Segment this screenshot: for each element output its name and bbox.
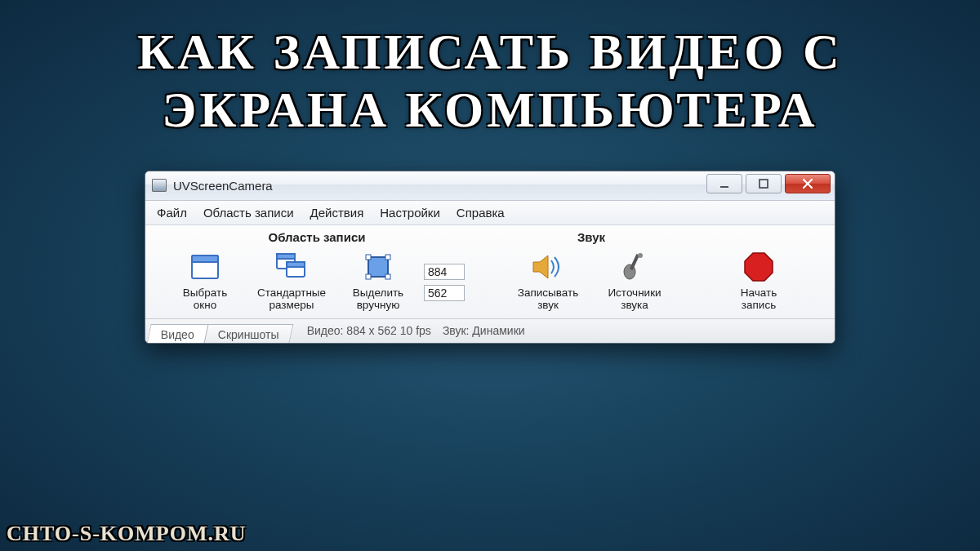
record-sound-label: Записывать звук xyxy=(518,287,578,312)
group-sound-heading: Звук xyxy=(501,230,681,244)
select-window-button[interactable]: Выбрать окно xyxy=(164,247,246,312)
group-area-heading: Область записи xyxy=(154,230,480,244)
microphone-icon xyxy=(617,249,653,285)
window-icon xyxy=(187,249,223,285)
tab-video[interactable]: Видео xyxy=(146,324,208,344)
titlebar[interactable]: UVScreenCamera xyxy=(145,171,835,201)
start-record-label: Начать запись xyxy=(741,287,777,312)
start-record-button[interactable]: Начать запись xyxy=(718,247,800,312)
svg-rect-3 xyxy=(192,256,218,262)
speaker-icon xyxy=(530,249,566,285)
select-manual-button[interactable]: Выделить вручную xyxy=(337,247,419,312)
status-video: Видео: 884 x 562 10 fps xyxy=(307,324,431,337)
svg-rect-8 xyxy=(368,257,388,277)
svg-rect-1 xyxy=(760,180,768,188)
select-window-label: Выбрать окно xyxy=(183,287,227,312)
record-icon xyxy=(741,249,777,285)
select-manual-label: Выделить вручную xyxy=(353,287,403,312)
menu-settings[interactable]: Настройки xyxy=(380,206,440,220)
minimize-button[interactable] xyxy=(706,174,742,193)
svg-rect-11 xyxy=(366,274,371,279)
close-button[interactable] xyxy=(785,174,831,193)
tab-screenshots[interactable]: Скриншоты xyxy=(203,324,293,344)
status-sound: Звук: Динамики xyxy=(443,324,525,337)
record-sound-button[interactable]: Записывать звук xyxy=(507,247,589,312)
maximize-button[interactable] xyxy=(746,174,782,193)
sound-sources-label: Источники звука xyxy=(608,287,661,312)
site-watermark: CHTO-S-KOMPOM.RU xyxy=(7,522,247,546)
menu-help[interactable]: Справка xyxy=(457,206,505,220)
svg-rect-5 xyxy=(277,254,295,259)
standard-sizes-icon xyxy=(274,249,310,285)
page-headline: КАК ЗАПИСАТЬ ВИДЕО С ЭКРАНА КОМПЬЮТЕРА xyxy=(0,0,980,140)
window-title: UVScreenCamera xyxy=(173,179,706,193)
toolbar: Область записи Выбрать окно xyxy=(145,225,835,318)
svg-marker-16 xyxy=(745,253,773,281)
menubar: Файл Область записи Действия Настройки С… xyxy=(145,201,835,225)
statusbar: Видео Скриншоты Видео: 884 x 562 10 fps … xyxy=(145,318,835,343)
menu-actions[interactable]: Действия xyxy=(310,206,364,220)
svg-rect-0 xyxy=(720,186,728,188)
app-window: UVScreenCamera Файл Область записи Дейст… xyxy=(145,171,835,344)
app-icon xyxy=(152,179,167,192)
height-input[interactable] xyxy=(424,285,465,301)
menu-file[interactable]: Файл xyxy=(157,206,187,220)
svg-point-15 xyxy=(638,253,643,258)
svg-rect-10 xyxy=(385,255,390,260)
standard-sizes-label: Стандартные размеры xyxy=(257,287,326,312)
width-input[interactable] xyxy=(424,264,465,280)
sound-sources-button[interactable]: Источники звука xyxy=(594,247,675,312)
menu-area[interactable]: Область записи xyxy=(203,206,294,220)
svg-rect-7 xyxy=(287,262,305,267)
crop-icon xyxy=(360,249,396,285)
svg-rect-12 xyxy=(385,274,390,279)
standard-sizes-button[interactable]: Стандартные размеры xyxy=(251,247,332,312)
svg-rect-9 xyxy=(366,255,371,260)
